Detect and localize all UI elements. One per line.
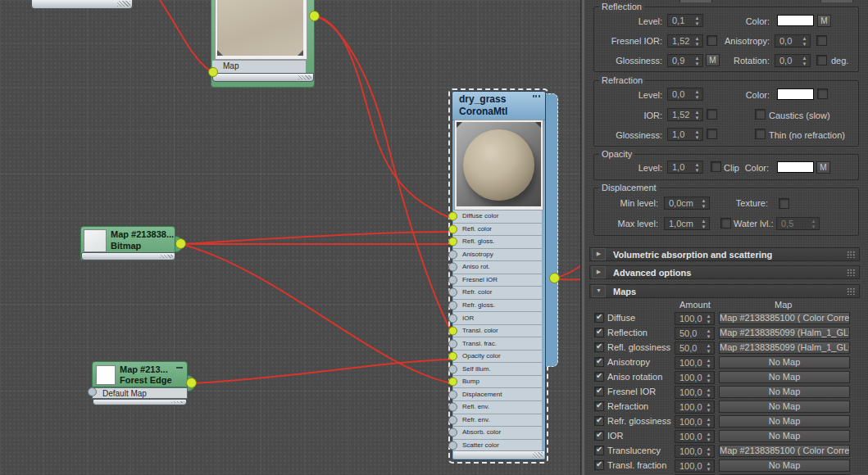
cc-output-socket[interactable] bbox=[309, 11, 320, 21]
rollout-advanced[interactable]: ▶ Advanced options bbox=[589, 265, 860, 279]
node-footer[interactable] bbox=[81, 252, 175, 260]
slot-socket[interactable] bbox=[448, 378, 457, 387]
map-amount-field[interactable]: 100,0 bbox=[675, 371, 715, 384]
map-slot-button[interactable]: No Map bbox=[719, 371, 850, 383]
reflection-color-swatch[interactable] bbox=[777, 15, 814, 26]
slot-socket[interactable] bbox=[448, 212, 457, 221]
material-slot-row[interactable]: Self illum. bbox=[453, 363, 542, 376]
map-slot-button[interactable]: No Map bbox=[719, 386, 850, 398]
map-enable-checkbox[interactable] bbox=[594, 357, 604, 367]
slot-socket[interactable] bbox=[448, 250, 457, 259]
refraction-glossiness-field[interactable]: 1,0 bbox=[667, 128, 703, 141]
collapse-arrow-icon[interactable]: ▶ bbox=[592, 248, 606, 260]
spinner[interactable] bbox=[704, 313, 713, 324]
material-slot-row[interactable]: Fresnel IOR bbox=[453, 274, 542, 287]
spinner[interactable] bbox=[704, 446, 713, 457]
map-amount-field[interactable]: 100,0 bbox=[675, 430, 715, 443]
reflection-color-map-button[interactable]: M bbox=[817, 15, 831, 27]
refraction-color-map-checkbox[interactable] bbox=[817, 88, 828, 99]
slot-socket[interactable] bbox=[448, 275, 457, 284]
slot-socket[interactable] bbox=[448, 224, 457, 233]
spinner[interactable] bbox=[809, 218, 818, 229]
drag-grip-icon[interactable] bbox=[847, 269, 856, 276]
spinner[interactable] bbox=[800, 55, 809, 66]
corona-material-node[interactable]: dry_grass CoronaMtl Diffuse color Refl. … bbox=[452, 91, 546, 460]
map-enable-checkbox[interactable] bbox=[594, 313, 604, 323]
expand-arrow-icon[interactable]: ▼ bbox=[592, 285, 606, 297]
map-slot-row[interactable]: Map bbox=[212, 60, 306, 73]
map-amount-field[interactable]: 50,0 bbox=[675, 327, 715, 340]
bitmap-output-socket[interactable] bbox=[175, 238, 186, 249]
spinner[interactable] bbox=[704, 342, 713, 354]
map-enable-checkbox[interactable] bbox=[594, 328, 604, 337]
material-slot-row[interactable]: Diffuse color bbox=[453, 210, 542, 224]
material-slot-row[interactable]: Displacement bbox=[453, 388, 542, 401]
map-amount-field[interactable]: 100,0 bbox=[675, 445, 715, 458]
material-slot-row[interactable]: Refl. color bbox=[453, 224, 542, 237]
spinner[interactable] bbox=[704, 460, 713, 472]
corona-node-header[interactable]: dry_grass CoronaMtl bbox=[452, 92, 545, 120]
material-slot-row[interactable]: Transl. frac. bbox=[453, 337, 542, 351]
water-level-field[interactable]: 0,5 bbox=[776, 217, 820, 230]
map-enable-checkbox[interactable] bbox=[594, 416, 604, 426]
material-slot-row[interactable]: Refr. env. bbox=[453, 414, 542, 428]
map-slot-button[interactable]: No Map bbox=[719, 400, 850, 413]
map-enable-checkbox[interactable] bbox=[594, 342, 604, 352]
material-slot-row[interactable]: Refl. env. bbox=[453, 401, 542, 414]
spinner[interactable] bbox=[704, 387, 713, 398]
map-slot-button[interactable]: Map #2138385100 ( Color Correction ) bbox=[719, 312, 850, 324]
slot-socket[interactable] bbox=[448, 403, 457, 412]
opacity-color-swatch[interactable] bbox=[777, 161, 814, 173]
material-slot-row[interactable]: Bump bbox=[453, 376, 542, 389]
spinner[interactable] bbox=[704, 431, 713, 442]
map-amount-field[interactable]: 100,0 bbox=[675, 459, 715, 473]
slot-socket[interactable] bbox=[448, 327, 457, 336]
forest-edge-node[interactable]: Map #213... Forest Edge bbox=[92, 361, 188, 387]
map-enable-checkbox[interactable] bbox=[594, 460, 604, 470]
refraction-glossiness-map-checkbox[interactable] bbox=[707, 129, 717, 139]
texture-checkbox[interactable] bbox=[779, 198, 789, 209]
map-amount-field[interactable]: 100,0 bbox=[675, 386, 715, 399]
node-resize-footer[interactable] bbox=[453, 450, 544, 459]
water-level-checkbox[interactable] bbox=[720, 218, 731, 228]
map-enable-checkbox[interactable] bbox=[594, 446, 604, 455]
slot-socket[interactable] bbox=[448, 238, 457, 247]
map-slot-button[interactable]: Map #2138385099 (Halm_1_GLOSS...) bbox=[719, 342, 850, 354]
material-slot-row[interactable]: Refr. gloss. bbox=[453, 300, 542, 313]
rotation-map-checkbox[interactable] bbox=[816, 55, 827, 66]
material-slot-row[interactable]: Refl. gloss. bbox=[453, 236, 542, 249]
map-amount-field[interactable]: 100,0 bbox=[675, 400, 715, 414]
collapse-arrow-icon[interactable]: ▶ bbox=[592, 266, 606, 278]
slot-socket[interactable] bbox=[448, 390, 457, 399]
minimize-icon[interactable] bbox=[176, 367, 183, 369]
map-slot-button[interactable]: No Map bbox=[719, 430, 850, 442]
rotation-field[interactable]: 0,0 bbox=[775, 54, 811, 67]
opacity-color-map-button[interactable]: M bbox=[816, 161, 830, 174]
map-slot-button[interactable]: Map #2138385099 (Halm_1_GLOSS...) bbox=[719, 327, 850, 339]
map-enable-checkbox[interactable] bbox=[594, 431, 604, 441]
spinner[interactable] bbox=[699, 218, 708, 229]
slot-socket[interactable] bbox=[448, 301, 457, 310]
opacity-level-field[interactable]: 1,0 bbox=[667, 161, 703, 174]
node-footer[interactable] bbox=[212, 73, 314, 82]
ior-field[interactable]: 1,52 bbox=[667, 108, 703, 121]
ior-map-checkbox[interactable] bbox=[707, 109, 717, 120]
node-options-icon[interactable] bbox=[533, 95, 540, 97]
material-slot-row[interactable]: Opacity color bbox=[453, 351, 542, 364]
map-slot-button[interactable]: No Map bbox=[719, 459, 850, 472]
map-amount-field[interactable]: 100,0 bbox=[675, 312, 715, 325]
material-slot-row[interactable]: Anisotropy bbox=[453, 249, 542, 262]
slot-socket[interactable] bbox=[448, 415, 457, 424]
spinner[interactable] bbox=[704, 328, 713, 339]
drag-grip-icon[interactable] bbox=[847, 251, 856, 258]
map-enable-checkbox[interactable] bbox=[594, 372, 604, 382]
spinner[interactable] bbox=[704, 416, 713, 428]
slot-socket[interactable] bbox=[448, 288, 457, 297]
spinner[interactable] bbox=[704, 372, 713, 383]
slot-socket[interactable] bbox=[448, 428, 457, 437]
material-slot-row[interactable]: Transl. color bbox=[453, 325, 542, 338]
panel-splitter[interactable] bbox=[580, 0, 586, 475]
map-slot-button[interactable]: No Map bbox=[719, 356, 850, 369]
thin-checkbox[interactable] bbox=[755, 129, 766, 139]
material-slot-row[interactable]: Refr. color bbox=[453, 287, 542, 300]
